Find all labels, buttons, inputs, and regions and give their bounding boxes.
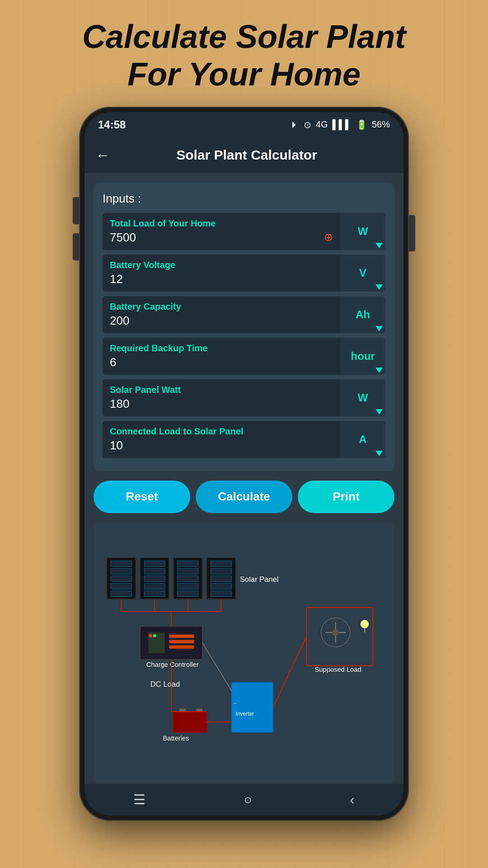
svg-rect-11 xyxy=(144,591,165,597)
battery-voltage-unit-text: V xyxy=(359,267,366,279)
unit-triangle xyxy=(375,243,383,248)
input-row-battery-voltage[interactable]: Battery Voltage 12 V xyxy=(103,255,385,292)
svg-rect-14 xyxy=(178,568,198,574)
svg-rect-3 xyxy=(111,576,131,581)
input-row-battery-capacity[interactable]: Battery Capacity 200 Ah xyxy=(103,296,385,333)
warning-icon: ⊕ xyxy=(324,231,333,244)
battery-capacity-value: 200 xyxy=(110,314,333,328)
battery-voltage-field[interactable]: Battery Voltage 12 xyxy=(103,255,340,292)
svg-rect-4 xyxy=(111,583,131,589)
connected-load-unit[interactable]: A xyxy=(340,421,385,458)
svg-rect-22 xyxy=(211,583,231,589)
battery-capacity-field[interactable]: Battery Capacity 200 xyxy=(103,296,340,333)
total-load-unit[interactable]: W xyxy=(340,213,385,250)
battery-voltage-value: 12 xyxy=(110,272,333,286)
connected-load-field[interactable]: Connected Load to Solar Panel 10 xyxy=(103,421,340,458)
app-bar: ← Solar Plant Calculator xyxy=(84,137,404,174)
svg-text:Batteries: Batteries xyxy=(163,735,189,742)
battery-capacity-unit[interactable]: Ah xyxy=(340,296,385,333)
media-icon: ⏵ xyxy=(290,119,299,130)
svg-text:~: ~ xyxy=(234,701,236,706)
backup-time-field[interactable]: Required Backup Time 6 xyxy=(103,338,340,375)
unit-triangle-3 xyxy=(375,326,383,331)
signal-icon: ▌▌▌ xyxy=(332,119,352,130)
svg-rect-7 xyxy=(144,561,165,566)
svg-line-59 xyxy=(202,643,231,691)
app-title: Solar Plant Calculator xyxy=(119,147,375,163)
svg-rect-9 xyxy=(144,576,165,581)
battery-icon: 🔋 xyxy=(356,119,367,130)
svg-rect-17 xyxy=(178,591,198,597)
svg-rect-23 xyxy=(211,591,231,597)
status-time: 14:58 xyxy=(98,118,126,131)
svg-rect-44 xyxy=(174,711,207,732)
svg-rect-48 xyxy=(306,607,373,665)
status-bar: 14:58 ⏵ ⊙ 4G ▌▌▌ 🔋 56% xyxy=(84,112,404,137)
total-load-value: 7500 ⊕ xyxy=(110,231,333,245)
svg-text:Inverter: Inverter xyxy=(236,711,254,717)
solar-watt-unit-text: W xyxy=(358,392,368,404)
back-button[interactable]: ← xyxy=(95,147,110,164)
backup-time-value: 6 xyxy=(110,355,333,369)
svg-rect-8 xyxy=(144,568,165,574)
menu-nav-button[interactable]: ☰ xyxy=(133,792,145,807)
svg-line-60 xyxy=(273,637,306,708)
unit-triangle-4 xyxy=(375,368,383,373)
battery-capacity-label: Battery Capacity xyxy=(110,302,333,312)
inputs-card: Inputs : Total Load of Your Home 7500 ⊕ … xyxy=(94,183,394,472)
svg-rect-1 xyxy=(111,561,131,566)
inputs-label: Inputs : xyxy=(103,192,385,206)
battery-capacity-unit-text: Ah xyxy=(356,308,370,321)
unit-triangle-6 xyxy=(375,451,383,456)
svg-rect-15 xyxy=(178,576,198,581)
unit-triangle-5 xyxy=(375,409,383,415)
total-load-field[interactable]: Total Load of Your Home 7500 ⊕ xyxy=(103,213,340,250)
connected-load-value: 10 xyxy=(110,439,333,453)
back-nav-button[interactable]: ‹ xyxy=(350,792,355,807)
solar-watt-value: 180 xyxy=(110,397,333,411)
action-buttons: Reset Calculate Print xyxy=(94,481,394,513)
connected-load-unit-text: A xyxy=(359,433,366,446)
calculate-button[interactable]: Calculate xyxy=(196,481,292,513)
input-row-total-load[interactable]: Total Load of Your Home 7500 ⊕ W xyxy=(103,213,385,250)
backup-time-unit[interactable]: hour xyxy=(340,338,385,375)
svg-point-33 xyxy=(149,634,152,637)
svg-rect-2 xyxy=(111,568,131,574)
solar-diagram: Solar Panel xyxy=(103,531,385,775)
svg-text:DC Load: DC Load xyxy=(150,679,180,688)
content-area: Inputs : Total Load of Your Home 7500 ⊕ … xyxy=(84,174,404,784)
svg-point-53 xyxy=(361,620,369,628)
print-button[interactable]: Print xyxy=(298,481,394,513)
alarm-icon: ⊙ xyxy=(304,119,311,130)
svg-text:Supposed Load: Supposed Load xyxy=(315,666,361,673)
backup-time-label: Required Backup Time xyxy=(110,343,333,354)
total-load-unit-text: W xyxy=(358,225,368,238)
network-label: 4G xyxy=(316,119,328,130)
svg-rect-19 xyxy=(211,561,231,566)
battery-voltage-unit[interactable]: V xyxy=(340,255,385,292)
svg-point-52 xyxy=(332,629,339,636)
solar-watt-label: Solar Panel Watt xyxy=(110,385,333,395)
home-nav-button[interactable]: ○ xyxy=(244,792,252,807)
svg-rect-10 xyxy=(144,583,165,589)
unit-triangle-2 xyxy=(375,284,383,290)
svg-rect-16 xyxy=(178,583,198,589)
svg-point-34 xyxy=(153,634,156,637)
input-row-solar-watt[interactable]: Solar Panel Watt 180 W xyxy=(103,379,385,416)
solar-watt-unit[interactable]: W xyxy=(340,379,385,416)
connected-load-label: Connected Load to Solar Panel xyxy=(110,426,333,437)
solar-watt-field[interactable]: Solar Panel Watt 180 xyxy=(103,379,340,416)
reset-button[interactable]: Reset xyxy=(94,481,190,513)
diagram-area: Solar Panel xyxy=(94,522,394,784)
battery-percent: 56% xyxy=(372,119,390,130)
svg-text:Charge Controller: Charge Controller xyxy=(146,661,199,668)
total-load-label: Total Load of Your Home xyxy=(110,218,333,229)
bottom-nav: ☰ ○ ‹ xyxy=(84,784,404,816)
page-title: Calculate Solar Plant For Your Home xyxy=(55,18,433,93)
svg-rect-41 xyxy=(231,682,273,732)
input-row-backup-time[interactable]: Required Backup Time 6 hour xyxy=(103,338,385,375)
input-row-connected-load[interactable]: Connected Load to Solar Panel 10 A xyxy=(103,421,385,458)
backup-time-unit-text: hour xyxy=(351,350,375,363)
svg-rect-13 xyxy=(178,561,198,566)
svg-text:Solar Panel: Solar Panel xyxy=(240,575,279,583)
